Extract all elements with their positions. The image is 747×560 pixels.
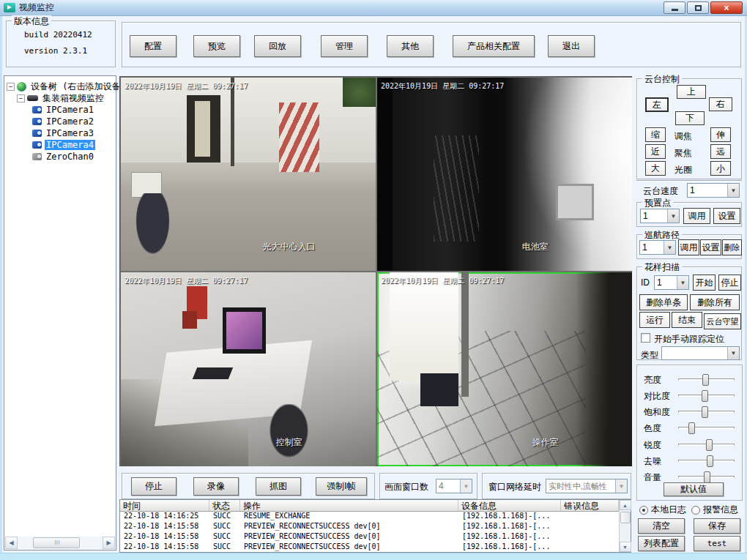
chevron-down-icon[interactable]: ▼	[727, 347, 739, 359]
saturation-slider[interactable]	[678, 411, 735, 413]
pattern-id-select[interactable]: 1 ▼	[654, 275, 689, 290]
tree-item-zerochan0[interactable]: ZeroChan0	[32, 151, 116, 163]
pattern-stop-button[interactable]: 停止	[718, 275, 741, 291]
column-header-error[interactable]: 错误信息	[561, 500, 619, 512]
ptz-left-button[interactable]: 左	[645, 97, 669, 112]
focus-far-button[interactable]: 远	[710, 144, 731, 159]
product-config-button[interactable]: 产品相关配置	[453, 35, 535, 57]
minimize-button[interactable]	[664, 1, 685, 14]
tree-item-ipcamera3[interactable]: IPCamera3	[32, 127, 116, 139]
slider-thumb[interactable]	[702, 406, 708, 418]
force-iframe-button[interactable]: 强制I帧	[316, 477, 367, 496]
slider-thumb[interactable]	[702, 390, 708, 402]
chevron-down-icon[interactable]: ▼	[667, 209, 679, 223]
log-row[interactable]: 22-10-18 14:15:58 SUCC PREVIEW_RECONNECT…	[120, 532, 631, 542]
hue-slider[interactable]	[678, 427, 735, 429]
delete-single-button[interactable]: 删除单条	[639, 294, 688, 310]
column-header-status[interactable]: 状态	[209, 500, 240, 512]
volume-slider[interactable]	[678, 476, 735, 478]
chevron-down-icon[interactable]: ▼	[664, 241, 675, 254]
tree-root-item[interactable]: − 设备树 (右击添加设备	[7, 81, 116, 92]
video-cell-4[interactable]: 2022年10月19日 星期二 09:27:17 操作室	[377, 272, 632, 466]
run-button[interactable]: 运行	[639, 312, 670, 328]
zoom-out-button[interactable]: 缩	[645, 127, 666, 142]
iris-open-button[interactable]: 大	[645, 161, 666, 176]
tree-item-ipcamera4[interactable]: IPCamera4	[32, 139, 116, 151]
chevron-down-icon[interactable]: ▼	[727, 184, 739, 197]
column-header-device[interactable]: 设备信息	[458, 500, 561, 512]
window-count-select[interactable]: 4 ▼	[436, 479, 472, 493]
manage-button[interactable]: 管理	[321, 35, 368, 57]
tree-group-item[interactable]: − 集装箱视频监控	[17, 92, 116, 104]
cruise-select[interactable]: 1 ▼	[639, 240, 676, 255]
log-vertical-scrollbar[interactable]: ▲ ▼	[619, 500, 631, 552]
iris-close-button[interactable]: 小	[710, 161, 731, 176]
brightness-slider[interactable]	[678, 378, 735, 381]
playback-button[interactable]: 回放	[254, 35, 301, 57]
end-button[interactable]: 结束	[672, 312, 702, 328]
manual-track-checkbox[interactable]	[641, 333, 650, 343]
delete-all-button[interactable]: 删除所有	[690, 294, 740, 310]
alarm-info-radio[interactable]	[691, 506, 700, 515]
tree-collapse-icon[interactable]: −	[17, 94, 25, 102]
ptz-watch-button[interactable]: 云台守望	[704, 313, 741, 329]
ptz-speed-select[interactable]: 1 ▼	[687, 183, 740, 198]
slider-thumb[interactable]	[707, 455, 713, 467]
other-button[interactable]: 其他	[387, 35, 434, 57]
tree-collapse-icon[interactable]: −	[7, 83, 15, 91]
preview-button[interactable]: 预览	[193, 35, 240, 57]
scroll-left-icon[interactable]: ◀	[5, 537, 18, 549]
exit-button[interactable]: 退出	[548, 35, 595, 57]
slider-thumb[interactable]	[688, 422, 695, 434]
denoise-slider[interactable]	[678, 460, 735, 462]
log-row[interactable]: 22-10-18 14:15:58 SUCC PREVIEW_RECONNECT…	[120, 542, 631, 553]
chevron-down-icon[interactable]: ▼	[677, 276, 688, 289]
record-button[interactable]: 录像	[193, 477, 239, 496]
save-button[interactable]: 保存	[694, 518, 740, 534]
tree-item-ipcamera2[interactable]: IPCamera2	[32, 116, 116, 127]
tree-item-ipcamera1[interactable]: IPCamera1	[32, 104, 116, 116]
ptz-down-button[interactable]: 下	[675, 111, 705, 125]
ptz-right-button[interactable]: 右	[709, 97, 732, 111]
scroll-thumb[interactable]	[620, 512, 631, 523]
scroll-right-icon[interactable]: ▶	[103, 537, 115, 549]
video-cell-3[interactable]: 2022年10月19日 星期二 09:27:17 控制室	[121, 272, 376, 466]
tree-horizontal-scrollbar[interactable]: ◀ ▶	[5, 537, 115, 549]
contrast-slider[interactable]	[678, 395, 735, 397]
test-button[interactable]: test	[694, 536, 740, 551]
log-row[interactable]: 22-10-18 14:16:25 SUCC RESUME_EXCHANGE […	[120, 512, 631, 522]
titlebar[interactable]: 视频监控 ×	[0, 0, 747, 16]
clear-button[interactable]: 清空	[638, 518, 685, 534]
video-cell-2[interactable]: 2022年10月19日 星期二 09:27:17 电池室	[377, 78, 632, 271]
zoom-in-button[interactable]: 伸	[710, 127, 731, 142]
scroll-down-icon[interactable]: ▼	[620, 542, 631, 552]
scroll-track[interactable]	[18, 537, 103, 549]
pattern-start-button[interactable]: 开始	[693, 275, 716, 291]
cruise-call-button[interactable]: 调用	[678, 239, 699, 255]
close-button[interactable]: ×	[710, 1, 743, 14]
config-button[interactable]: 配置	[130, 35, 176, 57]
type-select[interactable]: ▼	[661, 346, 740, 360]
cruise-delete-button[interactable]: 删除	[722, 239, 742, 255]
column-header-time[interactable]: 时间	[120, 500, 209, 512]
list-config-button[interactable]: 列表配置	[638, 536, 685, 551]
snapshot-button[interactable]: 抓图	[256, 477, 301, 496]
scroll-up-icon[interactable]: ▲	[620, 500, 631, 510]
maximize-button[interactable]	[687, 1, 709, 14]
stop-button[interactable]: 停止	[131, 477, 176, 496]
preset-call-button[interactable]: 调用	[683, 208, 710, 224]
sharpness-slider[interactable]	[678, 444, 735, 446]
video-cell-1[interactable]: 2022年10月19日 星期二 09:27:17 光大中心入口	[121, 78, 376, 271]
default-values-button[interactable]: 默认值	[664, 482, 724, 496]
column-header-operation[interactable]: 操作	[240, 500, 458, 512]
local-log-radio[interactable]	[639, 506, 648, 515]
ptz-up-button[interactable]: 上	[677, 85, 706, 99]
preset-set-button[interactable]: 设置	[713, 208, 740, 224]
log-row[interactable]: 22-10-18 14:15:58 SUCC PREVIEW_RECONNECT…	[120, 522, 631, 532]
slider-thumb[interactable]	[706, 439, 713, 451]
network-delay-select[interactable]: 实时性中,流畅性 ▼	[546, 479, 628, 493]
cruise-set-button[interactable]: 设置	[700, 239, 721, 255]
slider-thumb[interactable]	[704, 471, 710, 483]
preset-select[interactable]: 1 ▼	[640, 209, 680, 223]
scroll-thumb[interactable]	[33, 537, 80, 548]
